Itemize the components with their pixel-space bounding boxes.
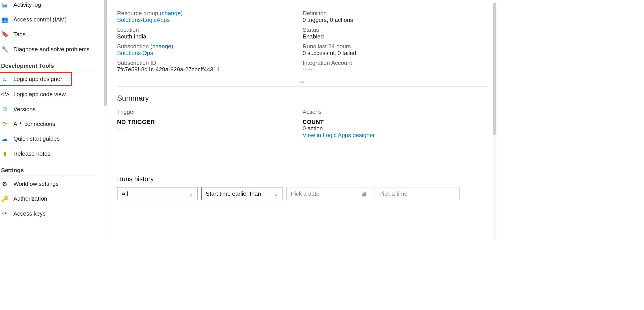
blade: « Overview ▤ Activity log 👥 Access contr… [0, 0, 496, 240]
nav-section-settings: Settings [0, 161, 94, 176]
resource-group-label: Resource group (change) [117, 10, 302, 16]
count-value: 0 action [302, 125, 488, 132]
nav-item-label: Quick start guides [14, 135, 60, 142]
no-trigger: NO TRIGGER [117, 118, 302, 125]
versions-icon: ⧉ [1, 106, 8, 112]
time-filter-select[interactable]: Start time earlier than ⌄ [201, 187, 283, 200]
properties-left: Resource group (change) Solutions-LogicA… [117, 8, 302, 76]
people-icon: 👥 [1, 16, 8, 23]
view-designer-link[interactable]: View in Logic Apps designer [302, 132, 488, 138]
nav-code-view[interactable]: </> Logic app code view [0, 87, 107, 102]
nav-item-label: Diagnose and solve problems [14, 46, 90, 52]
nav-authorization[interactable]: 🔑 Authorization [0, 191, 107, 206]
no-trigger-value: -- -- [117, 125, 302, 132]
content: Logic Apps Cisco « + Add ≣≣ Edit columns… [0, 0, 496, 240]
placeholder: Pick a time [379, 190, 408, 197]
resource-nav: « Overview ▤ Activity log 👥 Access contr… [0, 0, 107, 240]
nav-iam[interactable]: 👥 Access control (IAM) [0, 12, 107, 27]
nav-release-notes[interactable]: ▮ Release notes [0, 146, 107, 161]
nav-quickstart[interactable]: ☁ Quick start guides [0, 131, 107, 146]
placeholder: Pick a date [291, 190, 320, 197]
definition-label: Definition [302, 10, 488, 16]
properties-right: Definition 0 triggers, 0 actions Status … [302, 8, 488, 76]
status-value: Enabled [302, 33, 488, 40]
runs-24h-value: 0 successful, 0 failed [302, 50, 488, 56]
nav-diagnose[interactable]: 🔧 Diagnose and solve problems [0, 42, 107, 56]
tag-icon: 🔖 [1, 31, 8, 38]
summary-actions: Actions COUNT 0 action View in Logic App… [302, 108, 488, 138]
command-bar: Run Trigger Refresh Edit Delete Disable [117, 0, 488, 3]
wrench-icon: 🔧 [1, 46, 8, 52]
scrollbar[interactable] [493, 3, 496, 240]
status-label: Status [302, 26, 488, 33]
nav-item-label: Logic app designer [14, 76, 62, 82]
nav-workflow-settings[interactable]: ⚙ Workflow settings [0, 176, 107, 191]
nav-item-label: Access keys [14, 210, 46, 217]
nav-tags[interactable]: 🔖 Tags [0, 27, 107, 42]
link-icon: ⟳ [1, 120, 8, 127]
location-value: South India [117, 33, 302, 40]
nav-api-connections[interactable]: ⟳ API connections [0, 116, 107, 131]
runs-24h-label: Runs last 24 hours [302, 43, 488, 50]
time-picker[interactable]: Pick a time [374, 187, 460, 200]
nav-item-label: Tags [14, 31, 26, 38]
count-label: COUNT [302, 118, 488, 125]
subscription-id-label: Subscription ID [117, 60, 302, 66]
change-sub-link[interactable]: change [152, 43, 171, 50]
nav-item-label: API connections [14, 120, 55, 127]
nav-item-label: Release notes [14, 150, 50, 157]
runs-history-heading: Runs history [117, 176, 488, 183]
nav-item-label: Activity log [14, 1, 41, 8]
select-value: All [122, 190, 128, 197]
nav-item-label: Authorization [14, 195, 47, 202]
nav-item-label: Workflow settings [14, 180, 58, 187]
key-icon: 🔑 [1, 195, 8, 202]
runs-filters: All ⌄ Start time earlier than ⌄ Pick a d… [117, 187, 488, 200]
nav-section-devtools: Development Tools [0, 56, 94, 71]
activity-log-icon: ▤ [1, 1, 8, 8]
nav-activity-log[interactable]: ▤ Activity log [0, 0, 107, 12]
gear-icon: ⚙ [1, 180, 8, 187]
chevron-down-icon: ⌄ [188, 190, 194, 197]
definition-value: 0 triggers, 0 actions [302, 16, 488, 23]
date-picker[interactable]: Pick a date ▦ [286, 187, 371, 200]
summary-heading: Summary [117, 94, 488, 103]
select-value: Start time earlier than [206, 190, 261, 197]
summary: Trigger NO TRIGGER -- -- Actions COUNT 0… [117, 108, 488, 138]
designer-icon: ⎌ [1, 76, 8, 82]
properties: Resource group (change) Solutions-LogicA… [117, 8, 488, 76]
collapse-properties-icon[interactable]: ︽ [117, 76, 488, 87]
nav-item-label: Access control (IAM) [14, 16, 67, 23]
calendar-icon: ▦ [361, 190, 367, 197]
bookmark-icon: ▮ [1, 150, 8, 157]
resource-group-link[interactable]: Solutions-LogicApps [117, 16, 302, 23]
nav-access-keys[interactable]: ⟳ Access keys [0, 206, 107, 221]
resource-detail: ✕ {} SalesforceLogicAppSample Logic app … [107, 0, 496, 240]
nav-designer[interactable]: ⎌ Logic app designer [0, 72, 72, 86]
code-icon: </> [1, 91, 8, 98]
subscription-id-value: 7fc7e59f-8d1c-429a-929a-27cbcff44311 [117, 66, 302, 73]
subscription-link[interactable]: Solutions Ops [117, 50, 302, 56]
summary-trigger: Trigger NO TRIGGER -- -- [117, 108, 302, 138]
nav-item-label: Versions [14, 106, 36, 112]
status-filter-select[interactable]: All ⌄ [117, 187, 198, 200]
subscription-label: Subscription (change) [117, 43, 302, 50]
integration-value: -- -- [302, 66, 488, 73]
change-rg-link[interactable]: change [162, 10, 181, 16]
trigger-label: Trigger [117, 108, 302, 115]
nav-versions[interactable]: ⧉ Versions [0, 102, 107, 116]
access-key-icon: ⟳ [1, 210, 8, 217]
location-label: Location [117, 26, 302, 33]
nav-item-label: Logic app code view [14, 91, 66, 98]
chevron-down-icon: ⌄ [274, 190, 278, 197]
cloud-icon: ☁ [1, 135, 8, 142]
actions-label: Actions [302, 108, 488, 115]
integration-label: Integration Account [302, 60, 488, 66]
